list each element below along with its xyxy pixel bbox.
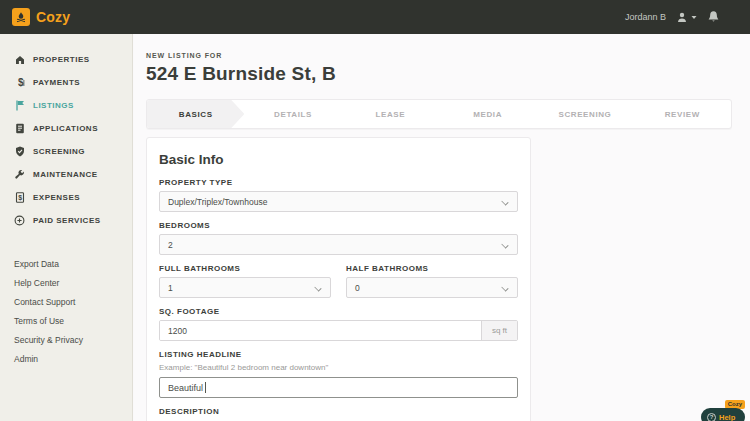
flag-icon [14, 100, 25, 111]
plus-circle-icon [14, 215, 25, 226]
chevron-down-icon [502, 241, 509, 248]
notifications-button[interactable] [707, 10, 720, 24]
field-description: DESCRIPTION What sets your rental apart? [159, 407, 518, 421]
bedrooms-label: BEDROOMS [159, 221, 518, 230]
description-label: DESCRIPTION [159, 407, 518, 416]
sidebar-item-payments[interactable]: $ PAYMENTS [0, 71, 132, 94]
receipt-icon: $ [14, 192, 25, 203]
sidebar: PROPERTIES $ PAYMENTS LISTINGS APPLICATI… [0, 34, 133, 421]
listing-headline-input[interactable]: Beautiful [159, 377, 518, 398]
field-property-type: PROPERTY TYPE Duplex/Triplex/Townhouse [159, 178, 518, 212]
main-content: NEW LISTING FOR 524 E Burnside St, B BAS… [134, 34, 750, 421]
link-admin[interactable]: Admin [0, 349, 132, 368]
sq-ft-suffix: sq ft [481, 321, 517, 340]
half-bathrooms-select[interactable]: 0 [346, 277, 518, 298]
tab-basics[interactable]: BASICS [147, 100, 244, 128]
section-title: Basic Info [159, 152, 518, 167]
property-type-select[interactable]: Duplex/Triplex/Townhouse [159, 191, 518, 212]
sidebar-item-screening[interactable]: SCREENING [0, 140, 132, 163]
field-half-bathrooms: HALF BATHROOMS 0 [346, 264, 518, 298]
listing-headline-helper: Example: "Beautiful 2 bedroom near downt… [159, 363, 518, 372]
page-title: 524 E Burnside St, B [146, 63, 750, 85]
sidebar-item-properties[interactable]: PROPERTIES [0, 48, 132, 71]
listing-headline-label: LISTING HEADLINE [159, 350, 518, 359]
tab-details[interactable]: DETAILS [244, 100, 341, 128]
wrench-icon [14, 169, 25, 180]
sidebar-item-expenses[interactable]: $ EXPENSES [0, 186, 132, 209]
full-bathrooms-select[interactable]: 1 [159, 277, 331, 298]
app-window: Cozy Jordann B PROPERTIES $ PAYMENTS LIS… [0, 0, 750, 421]
property-type-value: Duplex/Triplex/Townhouse [168, 197, 267, 207]
field-bedrooms: BEDROOMS 2 [159, 221, 518, 255]
full-bathrooms-label: FULL BATHROOMS [159, 264, 331, 273]
sq-footage-label: SQ. FOOTAGE [159, 307, 518, 316]
chevron-down-icon [315, 284, 322, 291]
listing-headline-value: Beautiful [168, 383, 203, 393]
person-icon [676, 11, 689, 24]
sidebar-item-listings[interactable]: LISTINGS [0, 94, 132, 117]
link-export-data[interactable]: Export Data [0, 254, 132, 273]
page-header: NEW LISTING FOR 524 E Burnside St, B [134, 34, 750, 85]
user-name: Jordann B [625, 12, 666, 22]
listing-steps-tabbar: BASICS DETAILS LEASE MEDIA SCREENING REV… [146, 99, 732, 129]
field-bathrooms-row: FULL BATHROOMS 1 HALF BATHROOMS 0 [159, 264, 518, 298]
sidebar-item-maintenance[interactable]: MAINTENANCE [0, 163, 132, 186]
chevron-down-icon [502, 198, 509, 205]
bell-icon [707, 10, 720, 24]
field-listing-headline: LISTING HEADLINE Example: "Beautiful 2 b… [159, 350, 518, 398]
cozy-logo[interactable]: Cozy [12, 8, 70, 26]
svg-text:$: $ [18, 194, 22, 202]
help-widget: Cozy ? Help [701, 400, 745, 421]
basic-info-card: Basic Info PROPERTY TYPE Duplex/Triplex/… [146, 137, 531, 421]
bedrooms-value: 2 [168, 240, 173, 250]
shield-icon [14, 146, 25, 157]
sidebar-item-applications[interactable]: APPLICATIONS [0, 117, 132, 140]
house-icon [14, 54, 25, 65]
chevron-down-icon [502, 284, 509, 291]
text-cursor [205, 382, 206, 393]
field-sq-footage: SQ. FOOTAGE sq ft [159, 307, 518, 341]
sidebar-links: Export Data Help Center Contact Support … [0, 254, 132, 368]
link-help-center[interactable]: Help Center [0, 273, 132, 292]
tab-lease[interactable]: LEASE [342, 100, 439, 128]
tab-screening[interactable]: SCREENING [536, 100, 633, 128]
question-mark-icon: ? [707, 413, 716, 421]
full-bathrooms-value: 1 [168, 283, 173, 293]
sq-footage-input[interactable] [160, 321, 481, 340]
brand-name: Cozy [36, 9, 70, 25]
bedrooms-select[interactable]: 2 [159, 234, 518, 255]
dollar-icon: $ [14, 77, 25, 88]
document-icon [14, 123, 25, 134]
help-button[interactable]: ? Help [701, 408, 745, 421]
link-security-privacy[interactable]: Security & Privacy [0, 330, 132, 349]
tab-review[interactable]: REVIEW [634, 100, 731, 128]
tab-media[interactable]: MEDIA [439, 100, 536, 128]
chevron-down-icon [691, 15, 697, 20]
sidebar-item-paid-services[interactable]: PAID SERVICES [0, 209, 132, 232]
help-label: Help [719, 413, 735, 421]
link-contact-support[interactable]: Contact Support [0, 292, 132, 311]
field-full-bathrooms: FULL BATHROOMS 1 [159, 264, 331, 298]
page-eyebrow: NEW LISTING FOR [146, 52, 750, 59]
link-terms-of-use[interactable]: Terms of Use [0, 311, 132, 330]
topbar: Cozy Jordann B [0, 0, 750, 34]
half-bathrooms-label: HALF BATHROOMS [346, 264, 518, 273]
campfire-icon [12, 8, 30, 26]
account-menu-button[interactable] [676, 11, 697, 24]
half-bathrooms-value: 0 [355, 283, 360, 293]
user-cluster: Jordann B [625, 10, 720, 24]
property-type-label: PROPERTY TYPE [159, 178, 518, 187]
